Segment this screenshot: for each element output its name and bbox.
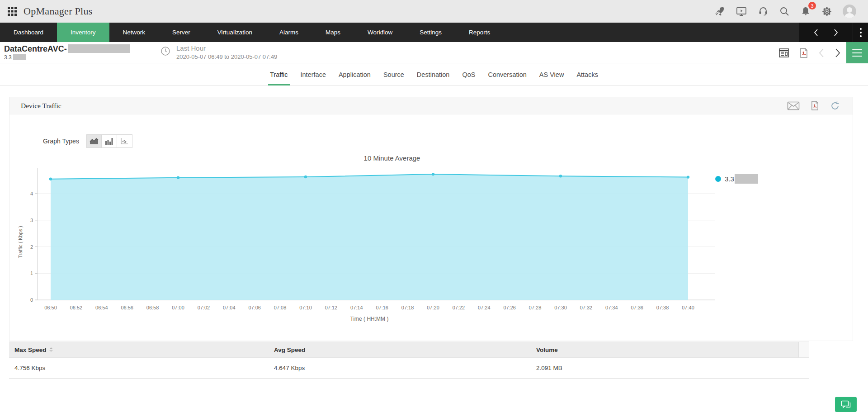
settings-gear-icon[interactable] — [821, 6, 832, 17]
demo-screen-icon[interactable] — [736, 6, 747, 17]
nav-item-inventory[interactable]: Inventory — [57, 23, 109, 42]
tab-source[interactable]: Source — [377, 64, 410, 85]
nav-item-settings[interactable]: Settings — [406, 23, 455, 42]
table-scrollbar-stub — [798, 342, 809, 357]
notifications-bell-icon[interactable]: 3 — [800, 6, 811, 17]
rocket-icon[interactable] — [714, 6, 725, 17]
chat-widget-icon[interactable] — [835, 397, 857, 412]
report-view-icon[interactable] — [778, 48, 789, 58]
svg-text:Traffic ( Kbps ): Traffic ( Kbps ) — [18, 226, 23, 258]
apps-grid-icon[interactable] — [7, 6, 17, 16]
app-title: OpManager Plus — [24, 5, 93, 17]
avatar — [843, 5, 856, 18]
table-header-row: Max SpeedAvg SpeedVolume — [9, 342, 809, 358]
tab-attacks[interactable]: Attacks — [570, 64, 604, 85]
redacted-device-name — [68, 44, 130, 53]
svg-text:07:02: 07:02 — [198, 305, 210, 310]
pdf-export-icon[interactable] — [799, 47, 808, 58]
email-icon[interactable] — [787, 101, 800, 110]
tab-list: TrafficInterfaceApplicationSourceDestina… — [264, 64, 604, 85]
nav-right-controls — [799, 23, 868, 42]
tab-destination[interactable]: Destination — [410, 64, 456, 85]
next-chevron-icon[interactable] — [835, 48, 841, 58]
nav-item-reports[interactable]: Reports — [455, 23, 504, 42]
nav-item-network[interactable]: Network — [109, 23, 159, 42]
svg-text:1: 1 — [30, 271, 33, 276]
user-avatar[interactable] — [843, 5, 856, 18]
chart-title: 10 Minute Average — [17, 154, 767, 166]
svg-text:07:38: 07:38 — [656, 305, 669, 310]
svg-text:2: 2 — [30, 244, 33, 250]
svg-text:07:00: 07:00 — [172, 305, 184, 310]
graph-type-buttons — [86, 134, 132, 148]
svg-text:4: 4 — [30, 191, 33, 196]
area-chart-plot[interactable]: 0123406:5006:5206:5406:5606:5807:0007:02… — [17, 166, 722, 324]
device-meta: 3.3 — [4, 54, 12, 61]
topbar-icon-group: 3 — [714, 5, 856, 18]
time-period-label[interactable]: Last Hour — [176, 44, 206, 52]
support-headset-icon[interactable] — [758, 6, 769, 17]
svg-text:06:58: 06:58 — [146, 305, 159, 310]
svg-text:07:28: 07:28 — [529, 305, 542, 310]
green-menu-button[interactable] — [846, 42, 868, 63]
column-header-max-speed[interactable]: Max Speed — [9, 347, 274, 353]
pdf-export-icon[interactable] — [811, 100, 819, 111]
report-tabs: TrafficInterfaceApplicationSourceDestina… — [0, 64, 868, 85]
nav-item-list: DashboardInventoryNetworkServerVirtualiz… — [0, 23, 504, 42]
nav-item-alarms[interactable]: Alarms — [266, 23, 312, 42]
nav-next-icon[interactable] — [833, 28, 839, 37]
svg-text:07:16: 07:16 — [376, 305, 388, 310]
nav-item-server[interactable]: Server — [159, 23, 204, 42]
chart-legend[interactable]: 3.3 — [715, 174, 758, 184]
notification-badge: 3 — [808, 2, 816, 9]
sort-arrows-icon[interactable] — [49, 347, 53, 352]
graph-type-area-button[interactable] — [86, 134, 102, 148]
svg-text:06:56: 06:56 — [121, 305, 133, 310]
panel-header: Device Traffic — [9, 97, 853, 114]
device-name: DataCentreAVC- — [4, 44, 67, 53]
tab-as-view[interactable]: AS View — [533, 64, 571, 85]
table-cell: 4.647 Kbps — [274, 365, 536, 371]
traffic-chart: 10 Minute Average 0123406:5006:5206:5406… — [17, 154, 767, 335]
search-icon[interactable] — [779, 6, 790, 17]
svg-text:3: 3 — [30, 218, 33, 223]
nav-item-workflow[interactable]: Workflow — [354, 23, 406, 42]
svg-text:06:52: 06:52 — [70, 305, 83, 310]
device-header: DataCentreAVC- 3.3 Last Hour 2020-05-07 … — [0, 42, 868, 63]
top-bar: OpManager Plus — [0, 0, 868, 23]
nav-scroll-arrows — [799, 23, 853, 42]
prev-chevron-icon[interactable] — [818, 48, 825, 58]
tab-conversation[interactable]: Conversation — [481, 64, 533, 85]
svg-text:07:18: 07:18 — [401, 305, 414, 310]
nav-item-dashboard[interactable]: Dashboard — [0, 23, 57, 42]
svg-text:06:50: 06:50 — [44, 305, 57, 310]
clock-icon — [160, 46, 170, 58]
legend-label: 3.3 — [725, 175, 734, 183]
column-header-volume[interactable]: Volume — [536, 347, 798, 353]
table-body: 4.756 Kbps4.647 Kbps2.091 MB — [9, 358, 809, 379]
svg-text:Time ( HH:MM ): Time ( HH:MM ) — [350, 316, 389, 322]
tab-qos[interactable]: QoS — [456, 64, 481, 85]
nav-prev-icon[interactable] — [813, 28, 819, 37]
svg-text:07:36: 07:36 — [631, 305, 643, 310]
legend-marker — [715, 176, 721, 182]
svg-text:0: 0 — [30, 297, 33, 303]
svg-text:07:30: 07:30 — [554, 305, 567, 310]
graph-type-scatter-button[interactable] — [117, 134, 132, 148]
nav-kebab-menu-icon[interactable] — [853, 23, 868, 42]
nav-item-virtualization[interactable]: Virtualization — [204, 23, 266, 42]
svg-text:07:40: 07:40 — [682, 305, 694, 310]
tab-application[interactable]: Application — [332, 64, 377, 85]
refresh-icon[interactable] — [830, 101, 840, 111]
table-row: 4.756 Kbps4.647 Kbps2.091 MB — [9, 358, 809, 379]
nav-item-maps[interactable]: Maps — [312, 23, 354, 42]
column-header-avg-speed[interactable]: Avg Speed — [274, 347, 536, 353]
svg-text:07:08: 07:08 — [274, 305, 287, 310]
panel-title: Device Traffic — [21, 102, 61, 110]
redacted-legend-text — [735, 174, 758, 184]
svg-text:07:34: 07:34 — [605, 305, 618, 310]
svg-text:07:10: 07:10 — [299, 305, 312, 310]
graph-type-bar-button[interactable] — [102, 134, 117, 148]
tab-interface[interactable]: Interface — [294, 64, 332, 85]
tab-traffic[interactable]: Traffic — [264, 64, 294, 85]
